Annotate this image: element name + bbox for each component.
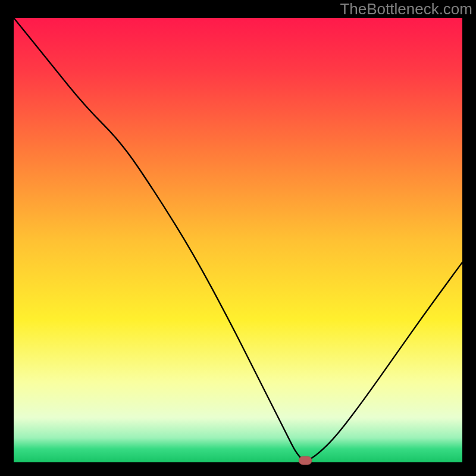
plot-gradient-bg	[14, 18, 462, 462]
watermark-text: TheBottleneck.com	[340, 0, 472, 18]
chart-container: TheBottleneck.com	[0, 0, 476, 476]
optimum-marker	[299, 456, 312, 465]
plot-area-group	[14, 18, 462, 465]
bottleneck-chart	[0, 0, 476, 476]
